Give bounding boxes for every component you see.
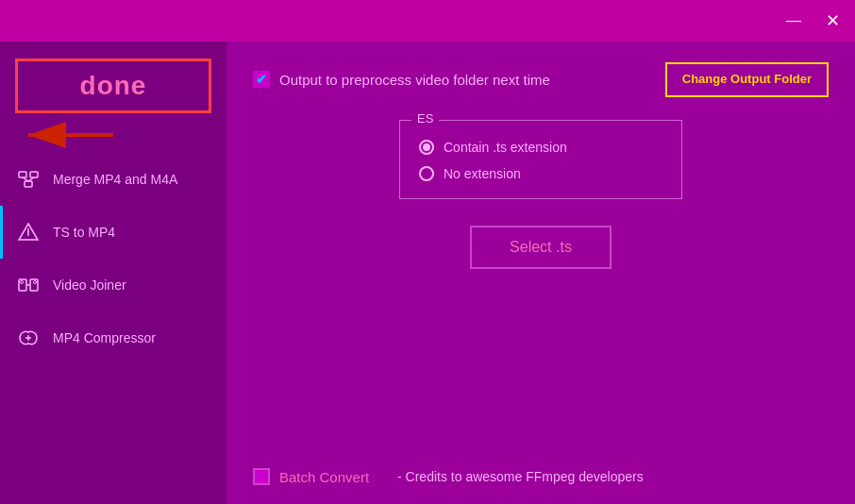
joiner-icon [15,272,42,298]
radio-contain-ts[interactable]: Contain .ts extension [419,140,662,155]
svg-rect-2 [19,172,26,177]
svg-rect-3 [30,172,38,177]
batch-convert-icon [253,468,270,485]
bottom-bar: Batch Convert - Credits to awesome FFmpe… [253,468,829,485]
sidebar: done [0,42,226,504]
group-box-legend: ES [411,111,439,126]
titlebar-controls: — ✕ [782,10,844,31]
close-button[interactable]: ✕ [822,10,844,31]
sidebar-item-merge-mp4-m4a[interactable]: Merge MP4 and M4A [0,153,226,206]
app-window: — ✕ done [0,0,855,504]
main-layout: done [0,42,855,504]
radio-label-no-extension: No extension [444,166,521,181]
arrow-indicator [19,121,226,153]
sidebar-item-mp4-compressor[interactable]: MP4 Compressor [0,311,226,364]
output-folder-checkbox-label[interactable]: ✔ Output to preprocess video folder next… [253,71,550,88]
es-group-box: ES Contain .ts extension No extension [399,120,682,199]
svg-point-12 [21,281,24,284]
radio-label-contain-ts: Contain .ts extension [444,140,567,155]
checkbox-check-icon: ✔ [256,72,267,87]
sidebar-nav: Merge MP4 and M4A TS to MP4 [0,153,226,364]
ts-icon [15,219,42,245]
content-area: ✔ Output to preprocess video folder next… [226,42,855,504]
output-folder-checkbox[interactable]: ✔ [253,71,270,88]
svg-rect-4 [25,181,32,187]
sidebar-item-label: MP4 Compressor [53,330,156,345]
svg-point-13 [34,281,37,284]
radio-group: Contain .ts extension No extension [419,134,662,181]
sidebar-item-video-joiner[interactable]: Video Joiner [0,259,226,311]
sidebar-item-label: TS to MP4 [53,225,115,240]
select-ts-button[interactable]: Select .ts [470,226,612,269]
checkbox-label-text: Output to preprocess video folder next t… [279,72,550,88]
minimize-button[interactable]: — [782,11,805,30]
sidebar-item-label: Merge MP4 and M4A [53,172,177,187]
sidebar-item-ts-to-mp4[interactable]: TS to MP4 [0,206,226,259]
compressor-icon [15,325,42,351]
radio-circle-no-extension[interactable] [419,166,434,181]
radio-circle-contain-ts[interactable] [419,140,434,155]
sidebar-item-label: Video Joiner [53,277,126,293]
change-output-folder-button[interactable]: Change Output Folder [665,62,829,97]
batch-convert-label: Batch Convert [279,469,369,485]
radio-no-extension[interactable]: No extension [419,166,662,181]
titlebar: — ✕ [0,0,855,42]
done-button[interactable]: done [15,59,211,113]
top-row: ✔ Output to preprocess video folder next… [253,62,829,97]
arrow-icon [19,121,123,149]
credits-label: - Credits to awesome FFmpeg developers [397,469,644,484]
merge-icon [15,166,42,193]
